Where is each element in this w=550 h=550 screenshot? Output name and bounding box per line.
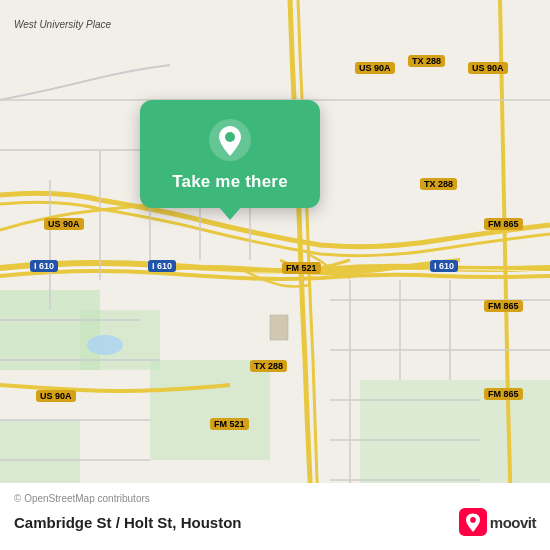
map-roads <box>0 0 550 550</box>
road-badge-us90a-top2: US 90A <box>468 62 508 74</box>
svg-point-30 <box>470 517 476 523</box>
popup-card: Take me there <box>140 100 320 208</box>
map-container: US 90A US 90A TX 288 TX 288 US 90A I 610… <box>0 0 550 550</box>
road-badge-us90a-left: US 90A <box>44 218 84 230</box>
location-name: Cambridge St / Holt St, Houston <box>14 514 242 531</box>
moovit-text: moovit <box>490 514 536 531</box>
moovit-logo: moovit <box>459 508 536 536</box>
road-badge-fm521-mid: FM 521 <box>282 262 321 274</box>
svg-rect-26 <box>270 315 288 340</box>
road-badge-fm865-right3: FM 865 <box>484 388 523 400</box>
road-badge-fm865-right1: FM 865 <box>484 218 523 230</box>
take-me-there-button[interactable]: Take me there <box>172 172 288 192</box>
road-badge-fm865-right2: FM 865 <box>484 300 523 312</box>
area-label: West University Place <box>14 18 111 31</box>
svg-rect-2 <box>150 360 270 460</box>
road-badge-i610-left: I 610 <box>30 260 58 272</box>
road-badge-tx288-top: TX 288 <box>408 55 445 67</box>
road-badge-tx288-bot: TX 288 <box>250 360 287 372</box>
road-badge-us90a-bot: US 90A <box>36 390 76 402</box>
location-pin-icon <box>208 118 252 162</box>
road-badge-fm521-bot: FM 521 <box>210 418 249 430</box>
moovit-icon <box>459 508 487 536</box>
road-badge-tx288-mid: TX 288 <box>420 178 457 190</box>
bottom-bar: © OpenStreetMap contributors Cambridge S… <box>0 483 550 550</box>
location-row: Cambridge St / Holt St, Houston moovit <box>14 508 536 536</box>
road-badge-i610-right: I 610 <box>430 260 458 272</box>
road-badge-i610-mid: I 610 <box>148 260 176 272</box>
svg-point-28 <box>225 132 235 142</box>
map-attribution: © OpenStreetMap contributors <box>14 493 536 504</box>
road-badge-us90a-top1: US 90A <box>355 62 395 74</box>
svg-point-5 <box>87 335 123 355</box>
